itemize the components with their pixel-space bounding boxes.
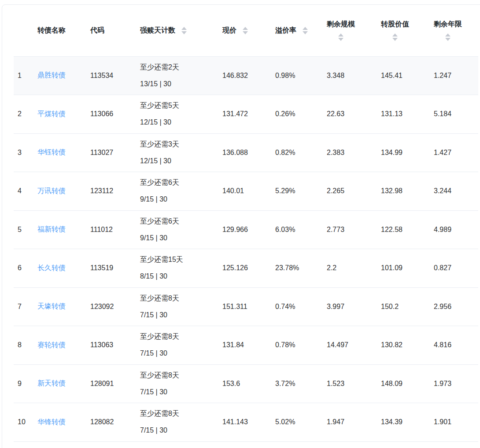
table-row[interactable]: 7 天壕转债 123092 至少还需8天 7/15 | 30 151.311 0… <box>14 287 478 326</box>
redemption-countdown: 至少还需3天 12/15 | 30 <box>140 133 222 172</box>
remaining-years: 3.244 <box>434 172 478 211</box>
redemption-progress: 7/15 | 30 <box>140 307 222 323</box>
remaining-size: 2.773 <box>327 210 381 249</box>
table-row[interactable]: 10 华锋转债 128082 至少还需8天 7/15 | 30 141.143 … <box>14 403 478 442</box>
bond-name-link[interactable]: 万讯转债 <box>37 187 66 195</box>
sort-caret[interactable] <box>338 33 343 41</box>
conversion-value: 134.39 <box>381 403 434 442</box>
bond-code: 123092 <box>90 287 140 326</box>
row-index: 8 <box>14 326 37 365</box>
remaining-years: 1.973 <box>434 364 478 403</box>
premium-rate: 5.29% <box>275 172 327 211</box>
bond-name-link[interactable]: 新天转债 <box>37 379 66 387</box>
column-header-name: 转债名称 <box>37 5 90 56</box>
redemption-days-left: 至少还需3天 <box>140 136 222 153</box>
current-price: 131.472 <box>222 95 275 134</box>
column-header-label: 剩余规模 <box>327 20 355 29</box>
sort-asc-icon <box>338 33 343 37</box>
bond-name-link[interactable]: 鼎胜转债 <box>37 71 66 79</box>
remaining-years: 4.816 <box>434 326 478 365</box>
redemption-days-left: 至少还需6天 <box>140 174 222 191</box>
remaining-years: 0.827 <box>434 249 478 288</box>
table-row[interactable]: 8 赛轮转债 113063 至少还需8天 7/15 | 30 131.84 0.… <box>14 326 478 365</box>
column-header-label: 现价 <box>222 26 236 35</box>
column-header-label: 代码 <box>90 26 104 35</box>
sort-desc-icon <box>392 38 398 41</box>
sort-caret[interactable] <box>303 27 308 34</box>
row-index: 9 <box>14 364 37 403</box>
redemption-countdown: 至少还需8天 7/15 | 30 <box>140 364 222 403</box>
sort-caret[interactable] <box>181 27 187 34</box>
bond-name-link[interactable]: 平煤转债 <box>37 110 66 118</box>
premium-rate: 0.98% <box>275 56 327 95</box>
bond-code: 111012 <box>90 210 140 249</box>
redemption-countdown: 至少还需8天 7/15 | 30 <box>140 287 222 326</box>
redemption-days-left: 至少还需8天 <box>140 328 222 345</box>
redemption-countdown: 至少还需8天 7/15 | 30 <box>140 403 222 442</box>
sort-caret[interactable] <box>243 27 248 34</box>
table-row[interactable]: 3 华钰转债 113027 至少还需3天 12/15 | 30 136.088 … <box>14 133 478 172</box>
current-price: 125.126 <box>222 249 275 288</box>
bond-name-link[interactable]: 长久转债 <box>37 264 66 272</box>
table-row[interactable]: 2 平煤转债 113066 至少还需5天 12/15 | 30 131.472 … <box>14 95 478 134</box>
convertible-bond-table-card: 转债名称 代码 强赎天计数 现价 溢价率 <box>2 4 480 448</box>
table-row[interactable]: 4 万讯转债 123112 至少还需6天 9/15 | 30 140.01 5.… <box>14 172 478 211</box>
bond-name-link[interactable]: 华锋转债 <box>37 418 66 426</box>
conversion-value: 148.09 <box>381 364 434 403</box>
redemption-days-left: 至少还需15天 <box>140 251 222 268</box>
current-price: 146.832 <box>222 56 275 95</box>
current-price: 136.088 <box>222 133 275 172</box>
remaining-years: 5.184 <box>434 95 478 134</box>
redemption-progress: 9/15 | 30 <box>140 191 222 208</box>
redemption-progress: 13/15 | 30 <box>140 76 222 92</box>
bond-name-link[interactable]: 天壕转债 <box>37 302 66 310</box>
remaining-size: 2.383 <box>327 133 381 172</box>
bond-code: 128091 <box>90 364 140 403</box>
row-index: 7 <box>14 287 37 326</box>
sort-caret[interactable] <box>445 33 450 41</box>
row-index: 4 <box>14 172 37 211</box>
redemption-days-left: 至少还需8天 <box>140 290 222 307</box>
column-header-code: 代码 <box>90 5 140 56</box>
remaining-size: 2.265 <box>327 172 381 211</box>
premium-rate: 0.26% <box>275 95 327 134</box>
remaining-size: 14.497 <box>327 326 381 365</box>
conversion-value: 134.99 <box>381 133 434 172</box>
redemption-progress: 9/15 | 30 <box>140 230 222 246</box>
remaining-size: 1.523 <box>327 364 381 403</box>
remaining-years: 2.956 <box>434 287 478 326</box>
sort-desc-icon <box>445 38 450 41</box>
redemption-progress: 12/15 | 30 <box>140 114 222 131</box>
current-price: 151.311 <box>222 287 275 326</box>
bond-code: 128082 <box>90 403 140 442</box>
column-header-price: 现价 <box>222 5 275 56</box>
sort-desc-icon <box>303 31 308 34</box>
table-body: 1 鼎胜转债 113534 至少还需2天 13/15 | 30 146.832 … <box>14 56 478 441</box>
redemption-days-left: 至少还需2天 <box>140 59 222 76</box>
table-header: 转债名称 代码 强赎天计数 现价 溢价率 <box>14 5 478 56</box>
table-row[interactable]: 1 鼎胜转债 113534 至少还需2天 13/15 | 30 146.832 … <box>14 56 478 95</box>
redemption-days-left: 至少还需5天 <box>140 97 222 114</box>
remaining-years: 4.989 <box>434 210 478 249</box>
column-header-index <box>14 5 37 56</box>
premium-rate: 0.74% <box>275 287 327 326</box>
row-index: 10 <box>14 403 37 442</box>
remaining-size: 22.63 <box>327 95 381 134</box>
conversion-value: 131.13 <box>381 95 434 134</box>
current-price: 140.01 <box>222 172 275 211</box>
table-row[interactable]: 6 长久转债 113519 至少还需15天 8/15 | 30 125.126 … <box>14 249 478 288</box>
redemption-progress: 7/15 | 30 <box>140 422 222 439</box>
table-row[interactable]: 9 新天转债 128091 至少还需8天 7/15 | 30 153.6 3.7… <box>14 364 478 403</box>
premium-rate: 0.82% <box>275 133 327 172</box>
bond-name-link[interactable]: 赛轮转债 <box>37 341 66 349</box>
table-row[interactable]: 5 福新转债 111012 至少还需6天 9/15 | 30 129.966 6… <box>14 210 478 249</box>
bond-name-link[interactable]: 华钰转债 <box>37 148 66 156</box>
redemption-progress: 7/15 | 30 <box>140 345 222 362</box>
current-price: 129.966 <box>222 210 275 249</box>
sort-desc-icon <box>338 38 343 41</box>
bond-name-link[interactable]: 福新转债 <box>37 225 66 233</box>
sort-asc-icon <box>445 33 450 37</box>
sort-caret[interactable] <box>392 33 398 41</box>
convertible-bond-table: 转债名称 代码 强赎天计数 现价 溢价率 <box>14 5 478 442</box>
conversion-value: 150.2 <box>381 287 434 326</box>
